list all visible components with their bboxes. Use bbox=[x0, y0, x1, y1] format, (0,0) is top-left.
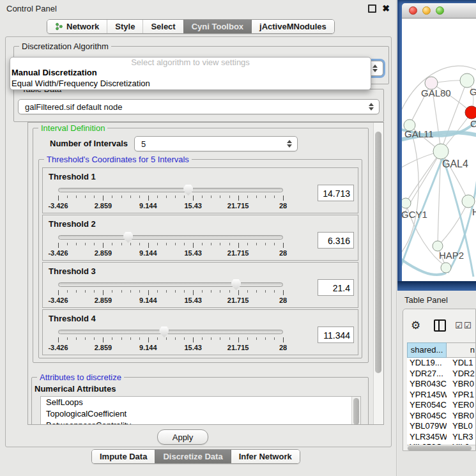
attributes-scrollbar[interactable] bbox=[351, 397, 360, 425]
threshold-slider[interactable]: -3.4262.8599.14415.4321.71528 bbox=[58, 280, 283, 305]
tab-jactivemnodules[interactable]: jActiveMNodules bbox=[251, 20, 334, 33]
slider-scale-labels: -3.4262.8599.14415.4321.71528 bbox=[58, 296, 283, 304]
threshold-value-field[interactable]: 21.4 bbox=[318, 279, 354, 296]
slider-thumb-icon[interactable] bbox=[183, 185, 193, 196]
node-table: shared... n YDL19...YDL1YDR27...YDR2YBR0… bbox=[407, 342, 476, 445]
table-data-value: galFiltered.sif default node bbox=[25, 102, 122, 112]
network-node-c[interactable] bbox=[465, 106, 476, 119]
tab-label: Impute Data bbox=[100, 452, 147, 461]
cell-shared-name: YDR27... bbox=[407, 369, 447, 380]
table-data-combobox[interactable]: galFiltered.sif default node bbox=[18, 99, 380, 114]
attribute-item[interactable]: SelfLoops bbox=[41, 397, 360, 408]
table-header-row: shared... n bbox=[407, 342, 476, 358]
attribute-item[interactable]: TopologicalCoefficient bbox=[41, 408, 360, 420]
network-node-label: C bbox=[470, 118, 476, 129]
threshold-value-field[interactable]: 14.713 bbox=[318, 185, 354, 201]
tab-label: jActiveMNodules bbox=[259, 22, 326, 31]
numerical-attributes-list[interactable]: SelfLoopsTopologicalCoefficientBetweenne… bbox=[40, 396, 361, 425]
gear-icon[interactable]: ⚙ bbox=[411, 319, 420, 332]
attributes-group-title: Attributes to discretize bbox=[37, 372, 124, 382]
threshold-value-field[interactable]: 11.344 bbox=[318, 326, 354, 343]
slider-track[interactable] bbox=[58, 235, 283, 240]
thresholds-group-title: Threshold's Coordinates for 5 Intervals bbox=[44, 155, 192, 164]
network-node-label: GCY1 bbox=[402, 209, 427, 220]
slider-track[interactable] bbox=[58, 282, 283, 287]
slider-thumb-icon[interactable] bbox=[159, 326, 169, 337]
tab-label: Cyni Toolbox bbox=[192, 22, 243, 31]
zoom-traffic-light-icon[interactable] bbox=[436, 6, 444, 15]
threshold-slider[interactable]: -3.4262.8599.14415.4321.71528 bbox=[58, 328, 283, 352]
combo-arrows-icon bbox=[369, 103, 374, 111]
table-horizontal-scrollbar[interactable] bbox=[407, 445, 476, 451]
slider-track[interactable] bbox=[58, 330, 283, 334]
close-icon[interactable]: ✖ bbox=[382, 4, 390, 13]
network-node-h[interactable] bbox=[462, 195, 475, 208]
settings-scroll-area: Interval Definition Number of Intervals … bbox=[27, 122, 384, 425]
attribute-items: SelfLoopsTopologicalCoefficientBetweenne… bbox=[41, 397, 360, 425]
network-node-label: GAL11 bbox=[404, 128, 434, 139]
slider-thumb-icon[interactable] bbox=[231, 279, 241, 290]
cell-shared-name: YDL19... bbox=[407, 358, 447, 369]
network-node-gcy1[interactable] bbox=[402, 198, 411, 208]
column-header-shared-name[interactable]: shared... bbox=[407, 342, 447, 358]
network-canvas[interactable]: GAL80GACGAL11GAL4GCY1HHAP2 bbox=[402, 19, 476, 281]
tab-impute-data[interactable]: Impute Data bbox=[92, 450, 155, 463]
threshold-slider[interactable]: -3.4262.8599.14415.4321.71528 bbox=[58, 186, 283, 210]
table-row[interactable]: YBR045CYBR0 bbox=[407, 411, 476, 422]
cell-name: YDR2 bbox=[447, 369, 476, 380]
checkbox-icon[interactable]: ☑ bbox=[464, 321, 472, 330]
settings-scrollbar[interactable] bbox=[373, 123, 383, 424]
network-node-ga[interactable] bbox=[460, 73, 474, 88]
combo-arrows-icon bbox=[287, 140, 292, 148]
tab-cyni-toolbox[interactable]: Cyni Toolbox bbox=[183, 20, 251, 33]
table-row[interactable]: YDR27...YDR2 bbox=[407, 369, 476, 380]
tab-infer-network[interactable]: Infer Network bbox=[231, 450, 300, 463]
top-tab-bar: NetworkStyleSelectCyni ToolboxjActiveMNo… bbox=[47, 19, 335, 34]
minimize-traffic-light-icon[interactable] bbox=[422, 6, 431, 15]
table-data-group: Table Data galFiltered.sif default node bbox=[13, 89, 384, 122]
attribute-item[interactable]: BetweennessCentrality bbox=[41, 420, 360, 425]
slider-thumb-icon[interactable] bbox=[123, 232, 133, 243]
column-header-name[interactable]: n bbox=[447, 342, 476, 358]
slider-ticks bbox=[58, 337, 283, 343]
checkbox-icon[interactable]: ☑ bbox=[455, 321, 463, 330]
tab-label: Style bbox=[115, 22, 135, 31]
table-row[interactable]: YBL079WYBL0 bbox=[407, 421, 476, 432]
table-rows: YDL19...YDL1YDR27...YDR2YBR043CYBR0YPR14… bbox=[407, 358, 476, 445]
tab-style[interactable]: Style bbox=[107, 20, 142, 33]
tab-select[interactable]: Select bbox=[142, 20, 183, 33]
threshold-panels: Threshold 1-3.4262.8599.14415.4321.71528… bbox=[42, 167, 358, 357]
network-node-gal4[interactable] bbox=[433, 144, 449, 159]
number-of-intervals-combobox[interactable]: 5 bbox=[134, 136, 298, 151]
network-node[interactable] bbox=[441, 263, 451, 273]
dropdown-option-equal-width-frequency[interactable]: Equal Width/Frequency Discretization bbox=[10, 78, 371, 89]
columns-icon[interactable] bbox=[434, 319, 446, 332]
float-window-icon[interactable] bbox=[368, 4, 376, 13]
apply-button[interactable]: Apply bbox=[157, 429, 208, 445]
table-row[interactable]: YPR145WYPR1 bbox=[407, 390, 476, 401]
network-icon bbox=[55, 22, 63, 31]
tab-discretize-data[interactable]: Discretize Data bbox=[155, 450, 230, 463]
cell-shared-name: YBL079W bbox=[407, 421, 447, 432]
dropdown-prompt: Select algorithm to view settings bbox=[10, 58, 371, 67]
table-panel-title: Table Panel bbox=[404, 295, 448, 305]
table-row[interactable]: YLR345WYLR3 bbox=[407, 432, 476, 443]
discretization-algorithm-group-title: Discretization Algorithm bbox=[19, 42, 111, 51]
control-panel-titlebar: Control Panel ✖ bbox=[0, 0, 396, 17]
tab-label: Network bbox=[66, 22, 99, 31]
threshold-slider[interactable]: -3.4262.8599.14415.4321.71528 bbox=[58, 233, 283, 257]
slider-track[interactable] bbox=[58, 188, 283, 192]
network-window-titlebar bbox=[402, 3, 476, 19]
cell-shared-name: YER054C bbox=[407, 400, 447, 411]
threshold-panel-1: Threshold 1-3.4262.8599.14415.4321.71528… bbox=[42, 167, 358, 213]
table-row[interactable]: YBR043CYBR0 bbox=[407, 379, 476, 390]
table-row[interactable]: YDL19...YDL1 bbox=[407, 358, 476, 369]
tab-network[interactable]: Network bbox=[47, 20, 107, 33]
table-panel-body: ⚙ ☑ ☑ shared... n YDL19...YDL1YDR27...YD… bbox=[403, 309, 476, 451]
threshold-value-field[interactable]: 6.316 bbox=[318, 232, 354, 249]
network-window-bottom-frame bbox=[397, 281, 476, 291]
dropdown-option-manual-discretization[interactable]: Manual Discretization bbox=[10, 67, 371, 78]
attributes-group: Attributes to discretize Numerical Attri… bbox=[31, 377, 369, 425]
table-row[interactable]: YER054CYER0 bbox=[407, 400, 476, 411]
close-traffic-light-icon[interactable] bbox=[409, 6, 417, 15]
